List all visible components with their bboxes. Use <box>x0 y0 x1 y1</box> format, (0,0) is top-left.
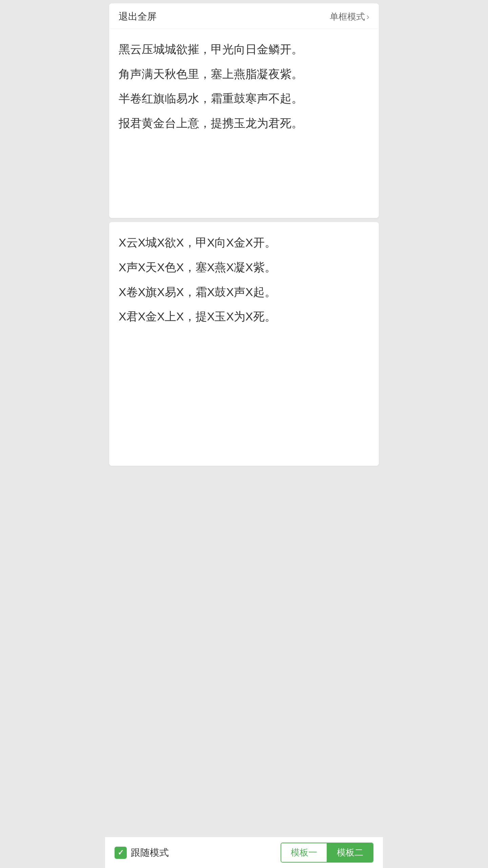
masked-poem-line-3: X卷X旗X易X，霜X鼓X声X起。 <box>119 281 369 303</box>
chevron-right-icon: › <box>366 12 369 22</box>
single-frame-mode-button[interactable]: 单框模式 › <box>330 11 369 23</box>
exit-fullscreen-button[interactable]: 退出全屏 <box>119 10 157 23</box>
template-button-group: 模板一 模板二 <box>281 843 373 863</box>
poem-content: 黑云压城城欲摧，甲光向日金鳞开。 角声满天秋色里，塞上燕脂凝夜紫。 半卷红旗临易… <box>109 29 379 218</box>
poem-line-4: 报君黄金台上意，提携玉龙为君死。 <box>119 112 369 134</box>
poem-spacer <box>119 137 369 204</box>
masked-poem-line-2: X声X天X色X，塞X燕X凝X紫。 <box>119 256 369 278</box>
follow-mode-checkbox[interactable] <box>115 847 127 859</box>
single-frame-label: 单框模式 <box>330 11 365 23</box>
follow-mode-toggle[interactable]: 跟随模式 <box>115 846 169 859</box>
template-one-button[interactable]: 模板一 <box>281 843 327 862</box>
template-two-button[interactable]: 模板二 <box>327 843 373 862</box>
app-container: 退出全屏 单框模式 › 黑云压城城欲摧，甲光向日金鳞开。 角声满天秋色里，塞上燕… <box>105 0 383 868</box>
poem-line-1: 黑云压城城欲摧，甲光向日金鳞开。 <box>119 38 369 60</box>
masked-spacer <box>119 330 369 432</box>
poem-line-2: 角声满天秋色里，塞上燕脂凝夜紫。 <box>119 63 369 85</box>
bottom-bar: 跟随模式 模板一 模板二 <box>105 837 383 868</box>
masked-poem-line-4: X君X金X上X，提X玉X为X死。 <box>119 305 369 328</box>
follow-mode-label: 跟随模式 <box>131 846 169 859</box>
masked-poem-line-1: X云X城X欲X，甲X向X金X开。 <box>119 232 369 254</box>
top-card: 退出全屏 单框模式 › 黑云压城城欲摧，甲光向日金鳞开。 角声满天秋色里，塞上燕… <box>109 3 379 218</box>
poem-line-3: 半卷红旗临易水，霜重鼓寒声不起。 <box>119 87 369 110</box>
bottom-card: X云X城X欲X，甲X向X金X开。 X声X天X色X，塞X燕X凝X紫。 X卷X旗X易… <box>109 222 379 466</box>
top-card-header: 退出全屏 单框模式 › <box>109 3 379 29</box>
